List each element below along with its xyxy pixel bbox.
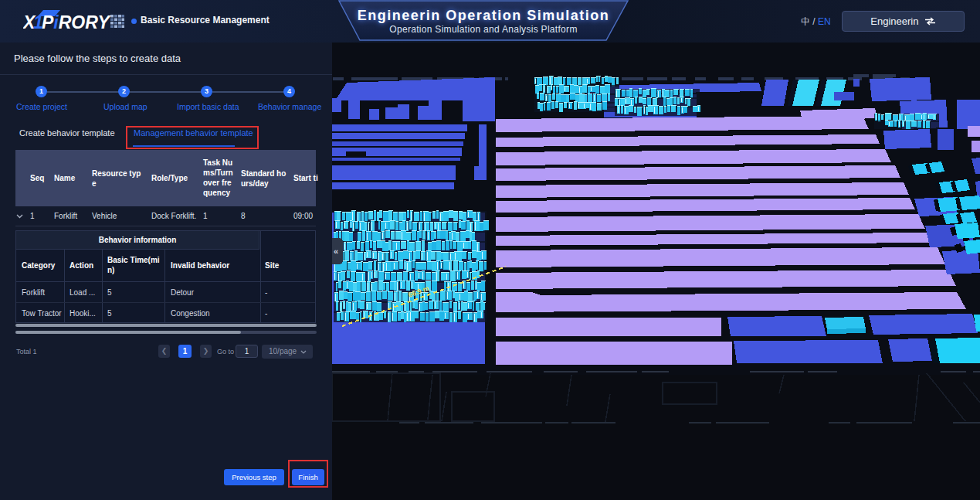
svg-text:PiRORY: PiRORY <box>42 12 111 32</box>
svg-text:«: « <box>334 247 338 256</box>
